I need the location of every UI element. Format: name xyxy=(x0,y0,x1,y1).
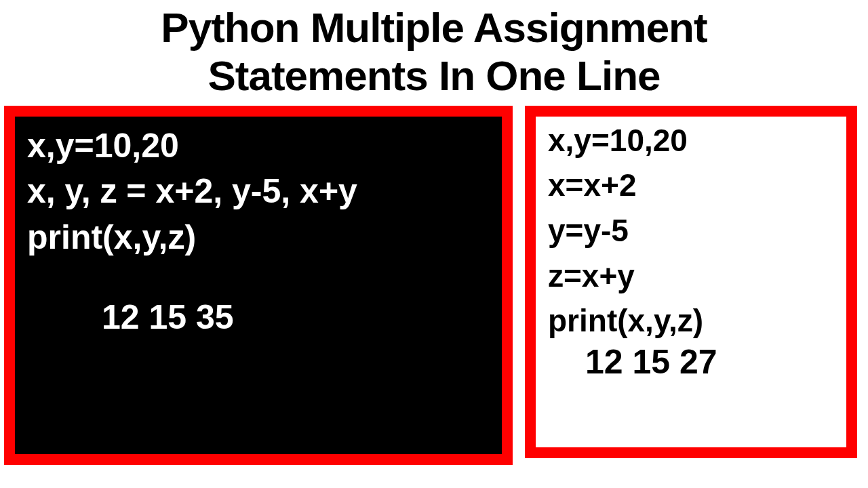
code-box-left: x,y=10,20 x, y, z = x+2, y-5, x+y print(… xyxy=(4,106,513,465)
code-line: x,y=10,20 xyxy=(27,123,490,169)
slide-title: Python Multiple Assignment Statements In… xyxy=(0,0,868,100)
code-box-right: x,y=10,20 x=x+2 y=y-5 z=x+y print(x,y,z)… xyxy=(525,106,857,458)
code-boxes-container: x,y=10,20 x, y, z = x+2, y-5, x+y print(… xyxy=(0,100,868,465)
code-line: z=x+y xyxy=(548,253,834,299)
code-line: x=x+2 xyxy=(548,163,834,208)
code-line: x, y, z = x+2, y-5, x+y xyxy=(27,169,490,215)
code-output: 12 15 27 xyxy=(585,344,834,381)
code-line: x,y=10,20 xyxy=(548,118,834,163)
code-line: print(x,y,z) xyxy=(27,215,490,261)
code-line: print(x,y,z) xyxy=(548,298,834,344)
code-output: 12 15 35 xyxy=(102,298,490,337)
title-line-1: Python Multiple Assignment xyxy=(0,3,868,52)
code-line: y=y-5 xyxy=(548,208,834,253)
title-line-2: Statements In One Line xyxy=(0,52,868,100)
